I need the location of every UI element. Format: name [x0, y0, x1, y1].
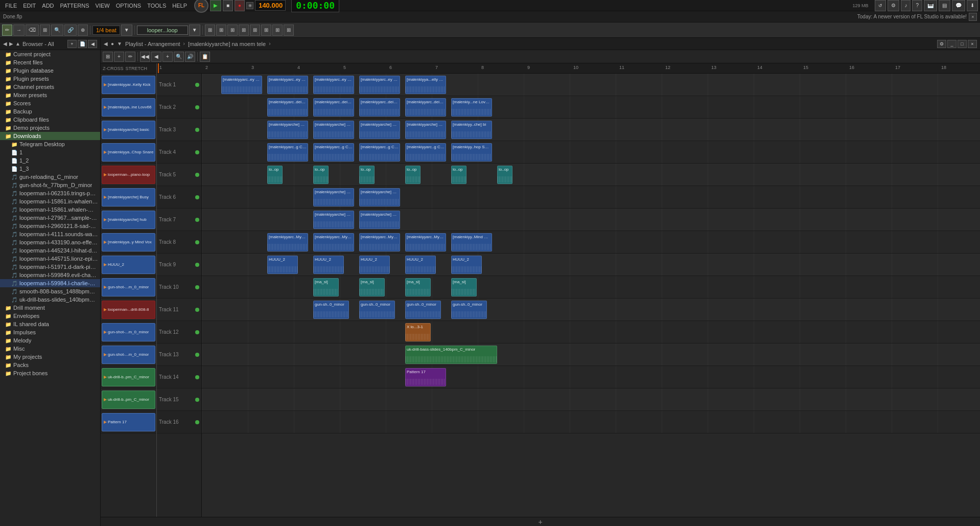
- clip-5-2[interactable]: lo..op: [359, 166, 375, 184]
- clip-area[interactable]: [malenkiyyarc..ey Kelly Kick[malenkiyyar…: [202, 74, 980, 517]
- add-track-row[interactable]: +: [101, 517, 980, 526]
- pt-zoom-in[interactable]: +: [162, 52, 173, 62]
- cpu-btn[interactable]: ↺: [875, 0, 886, 11]
- menu-file[interactable]: FILE: [2, 2, 20, 10]
- filter-btn[interactable]: ⊞: [261, 25, 271, 36]
- pattern-name-display[interactable]: looper...loop: [137, 26, 188, 35]
- pattern-dropdown[interactable]: ▼: [189, 25, 200, 36]
- pattern-clip-13[interactable]: ▶gun-shot-...m_0_minor: [102, 346, 155, 364]
- clip-4-0[interactable]: [malenkiyyarc..g Chop Snare: [267, 143, 308, 162]
- menu-add[interactable]: ADD: [39, 2, 57, 10]
- pattern-clip-11[interactable]: ▶looperman-..drill-808-8: [102, 301, 155, 319]
- sidebar-item-il-shared-data[interactable]: 📁IL shared data: [0, 320, 100, 328]
- piano-btn[interactable]: 🎹: [924, 0, 937, 11]
- pattern-clip-2[interactable]: ▶[malenkiyya..ine Lovv66: [102, 98, 155, 117]
- sidebar-item-backup[interactable]: 📁Backup: [0, 107, 100, 116]
- clip-13-0[interactable]: uk-drill-bass-slides_140bpm_C_minor: [405, 346, 497, 364]
- sidebar-item-file-1[interactable]: 📄1: [0, 148, 100, 156]
- sidebar-item-uk-drill-bass[interactable]: 🎵uk-drill-bass-slides_140bpm_C_minor: [0, 295, 100, 304]
- pt-zoom-out[interactable]: 🔍: [174, 52, 184, 62]
- clip-14-0[interactable]: Pattern 17: [405, 368, 446, 386]
- sidebar-item-looperman-15861-wh[interactable]: 🎵looperman-l-15861.whalen-mysteria_2: [0, 205, 100, 214]
- sidebar-item-looperman-599849-2[interactable]: 🎵looperman-l-59984.l-charlie-danso_2: [0, 279, 100, 287]
- playlist-tool-4[interactable]: ×: [968, 40, 977, 48]
- sidebar-add-btn[interactable]: +: [67, 40, 77, 48]
- clip-5-0[interactable]: lo..op: [267, 166, 283, 184]
- sidebar-item-envelopes[interactable]: 📁Envelopes: [0, 312, 100, 320]
- bpm-display[interactable]: 140.000: [255, 0, 286, 11]
- clip-9-4[interactable]: HUUU_2: [451, 256, 482, 274]
- ripple-btn[interactable]: ⊞: [284, 25, 294, 36]
- clip-8-0[interactable]: [malenkiyyarc..My Mind Vox: [267, 233, 308, 251]
- sidebar-item-recent-files[interactable]: 📁Recent files: [0, 58, 100, 66]
- pattern-clip-1[interactable]: ▶[malenkiyyar..Kelly Kick: [102, 76, 155, 94]
- pt-speaker[interactable]: 🔊: [185, 52, 195, 62]
- notify-close-btn[interactable]: ×: [969, 13, 977, 21]
- clip-4-1[interactable]: [malenkiyyarc..g Chop Snare: [313, 143, 354, 162]
- clip-11-2[interactable]: gun-sh..0_minor: [405, 301, 441, 319]
- menu-edit[interactable]: EDIT: [20, 2, 39, 10]
- clip-4-2[interactable]: [malenkiyyarc..g Chop Snare: [359, 143, 400, 162]
- sidebar-item-telegram-desktop[interactable]: 📁Telegram Desktop: [0, 140, 100, 148]
- sidebar-item-plugin-database[interactable]: 📁Plugin database: [0, 66, 100, 75]
- clip-10-3[interactable]: [ma_sl]: [451, 278, 477, 296]
- download-btn[interactable]: ⬇: [967, 0, 978, 11]
- clip-9-1[interactable]: HUUU_2: [313, 256, 344, 274]
- pattern-clip-5[interactable]: ▶looperman-..piano-loop: [102, 166, 155, 184]
- sidebar-settings-btn[interactable]: ◀: [88, 40, 97, 48]
- menu-tools[interactable]: TOOLS: [144, 2, 169, 10]
- sidebar-item-looperman-445715[interactable]: 🎵looperman-l-445715.lionz-epic-uk-drill: [0, 255, 100, 263]
- sidebar-item-packs[interactable]: 📁Packs: [0, 361, 100, 369]
- clip-1-4[interactable]: [malenkiyya...elly Kick: [405, 76, 446, 94]
- sidebar-item-file-1_2[interactable]: 📄1_2: [0, 156, 100, 165]
- clip-2-2[interactable]: [malenkiyyarc..deine Lovv66: [359, 98, 400, 117]
- sidebar-item-file-1_3[interactable]: 📄1_3: [0, 165, 100, 173]
- sidebar-item-current-project[interactable]: 📁Current project: [0, 50, 100, 58]
- pattern-tool-select[interactable]: ⊞: [40, 25, 50, 36]
- pattern-tool-record[interactable]: ⊕: [78, 25, 88, 36]
- pt-pencil[interactable]: ✏: [125, 52, 135, 62]
- help-btn[interactable]: ?: [912, 0, 922, 11]
- pattern-clip-9[interactable]: ▶HUUU_2: [102, 256, 155, 274]
- clip-9-3[interactable]: HUUU_2: [405, 256, 436, 274]
- sidebar-item-looperman-51971[interactable]: 🎵looperman-l-51971.d-dark-piano-loop: [0, 263, 100, 271]
- sidebar-item-plugin-presets[interactable]: 📁Plugin presets: [0, 75, 100, 83]
- snap-btn[interactable]: ⊞: [205, 25, 215, 36]
- detuning-btn[interactable]: ⊞: [239, 25, 249, 36]
- sidebar-item-misc[interactable]: 📁Misc: [0, 345, 100, 353]
- pattern-clip-6[interactable]: ▶[malenkiyyarche] Busy: [102, 188, 155, 207]
- clip-4-4[interactable]: [malenkiyy..hop Snare: [451, 143, 492, 162]
- clip-2-0[interactable]: [malenkiyyarc..deine Lovv66: [267, 98, 308, 117]
- sidebar-item-smooth-808[interactable]: 🎵smooth-808-bass_1488bpm_C#: [0, 287, 100, 295]
- clip-10-1[interactable]: [ma_sl]: [359, 278, 385, 296]
- playlist-expand-btn[interactable]: ●: [111, 41, 114, 47]
- sidebar-item-looperman-15861-in[interactable]: 🎵looperman-l-15861.in-whalen-mysteria: [0, 197, 100, 205]
- clip-8-1[interactable]: [malenkiyyarc..My Mind Vox: [313, 233, 354, 251]
- audio-settings-btn[interactable]: ⚙: [888, 0, 899, 11]
- pt-snap[interactable]: +: [114, 52, 124, 62]
- clip-3-0[interactable]: [malenkiyyarche] basic: [267, 121, 308, 139]
- sidebar-item-gun-reloading[interactable]: 🎵gun-reloading_C_minor: [0, 173, 100, 181]
- clip-3-3[interactable]: [malenkiyyarche] basic: [405, 121, 446, 139]
- menu-options[interactable]: OPTIONS: [113, 2, 145, 10]
- clip-5-5[interactable]: lo..op: [497, 166, 512, 184]
- clip-12-0[interactable]: X lo...3-1: [405, 323, 431, 341]
- sidebar-up-btn[interactable]: ▲: [15, 41, 20, 47]
- clip-9-0[interactable]: HUUU_2: [267, 256, 298, 274]
- clip-3-2[interactable]: [malenkiyyarche] basic: [359, 121, 400, 139]
- pattern-clip-14[interactable]: ▶uk-drill-b..pm_C_minor: [102, 368, 155, 386]
- clip-4-3[interactable]: [malenkiyyarc..g Chop Snare: [405, 143, 446, 162]
- clip-11-0[interactable]: gun-sh..0_minor: [313, 301, 349, 319]
- sidebar-item-drill-moment[interactable]: 📁Drill moment: [0, 304, 100, 312]
- sidebar-forward-btn[interactable]: ▶: [9, 41, 13, 47]
- menu-patterns[interactable]: PATTERNS: [57, 2, 92, 10]
- clip-5-3[interactable]: lo..op: [405, 166, 421, 184]
- clone-btn[interactable]: ⊞: [216, 25, 226, 36]
- clip-1-2[interactable]: [malenkiyyarc..ey Kelly Kick: [313, 76, 354, 94]
- clip-8-2[interactable]: [malenkiyyarc..My Mind Vox: [359, 233, 400, 251]
- sidebar-item-my-projects[interactable]: 📁My projects: [0, 353, 100, 361]
- sidebar-item-clipboard-files[interactable]: 📁Clipboard files: [0, 116, 100, 124]
- pt-prev[interactable]: ◀◀: [140, 52, 150, 62]
- clip-10-2[interactable]: [ma_sl]: [405, 278, 431, 296]
- clip-8-3[interactable]: [malenkiyyarc..My Mind Vox: [405, 233, 446, 251]
